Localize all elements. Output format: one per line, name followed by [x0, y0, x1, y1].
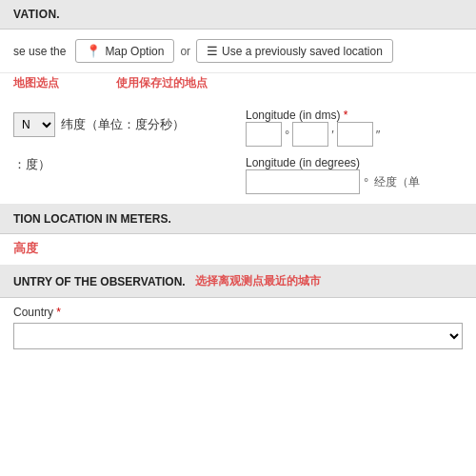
country-header-text: UNTRY OF THE OBSERVATION. — [13, 275, 186, 288]
list-icon: ☰ — [207, 44, 218, 58]
map-pin-icon: 📍 — [86, 44, 101, 58]
country-field-label: Country * — [13, 306, 463, 319]
lon-dms-min-input[interactable] — [292, 122, 328, 147]
dms-sep-3: ″ — [376, 128, 381, 142]
lat-lon-grid: N S 纬度（单位：度分秒） ：度） Longitude (in dms) * — [13, 109, 463, 194]
ns-select[interactable]: N S — [13, 112, 55, 137]
country-inner: Country * — [0, 298, 476, 359]
longitude-field-group: Longitude (in dms) * ° ′ ″ Lo — [246, 109, 463, 194]
lon-dms-required: * — [344, 109, 348, 122]
country-select[interactable] — [13, 323, 463, 349]
observation-section-header: VATION. — [0, 0, 476, 30]
elevation-header: TION LOCATION IN METERS. — [0, 205, 476, 234]
lon-dms-sec-input[interactable] — [337, 122, 373, 147]
or-text: or — [180, 45, 190, 58]
map-option-row: se use the 📍 Map Option or ☰ Use a previ… — [0, 30, 476, 73]
country-required: * — [53, 306, 61, 319]
country-section: UNTRY OF THE OBSERVATION. 选择离观测点最近的城市 Co… — [0, 266, 476, 359]
lon-dms-deg-input[interactable] — [246, 122, 282, 147]
main-page: VATION. se use the 📍 Map Option or ☰ Use… — [0, 0, 476, 476]
elevation-header-text: TION LOCATION IN METERS. — [13, 212, 171, 226]
lon-deg-label: Longitude (in degrees) — [246, 156, 463, 169]
elevation-section: TION LOCATION IN METERS. 高度 — [0, 205, 476, 266]
map-option-label: Map Option — [105, 45, 164, 58]
dms-sep-2: ′ — [331, 128, 333, 142]
lat-deg-label-row: ：度） — [13, 156, 230, 173]
lon-deg-input-row: ° 经度（单 — [246, 169, 463, 194]
lat-deg-label: ：度） — [13, 156, 50, 173]
map-hint-text: 地图选点 — [13, 75, 59, 91]
lon-deg-input[interactable] — [246, 169, 360, 194]
country-hint-text: 选择离观测点最近的城市 — [195, 273, 321, 289]
observation-header-text: VATION. — [13, 8, 60, 21]
dms-sep-1: ° — [285, 128, 289, 142]
country-header-row: UNTRY OF THE OBSERVATION. 选择离观测点最近的城市 — [0, 266, 476, 298]
hint-row: 地图选点 使用保存过的地点 — [0, 73, 476, 99]
saved-location-button[interactable]: ☰ Use a previously saved location — [196, 39, 393, 63]
map-option-button[interactable]: 📍 Map Option — [75, 39, 174, 63]
lon-hint-text: 经度（单 — [374, 174, 420, 190]
lon-deg-symbol: ° — [364, 175, 368, 189]
lon-dms-label: Longitude (in dms) * — [246, 109, 463, 122]
lat-lon-section: N S 纬度（单位：度分秒） ：度） Longitude (in dms) * — [0, 99, 476, 205]
latitude-field-group: N S 纬度（单位：度分秒） ：度） — [13, 109, 230, 173]
elevation-hint: 高度 — [0, 234, 476, 265]
lon-dms-inputs: ° ′ ″ — [246, 122, 463, 147]
lat-input-row: N S 纬度（单位：度分秒） — [13, 112, 230, 137]
saved-location-label: Use a previously saved location — [222, 45, 383, 58]
prompt-text: se use the — [13, 45, 66, 58]
saved-hint-text: 使用保存过的地点 — [116, 75, 208, 91]
lat-label: 纬度（单位：度分秒） — [61, 116, 185, 133]
